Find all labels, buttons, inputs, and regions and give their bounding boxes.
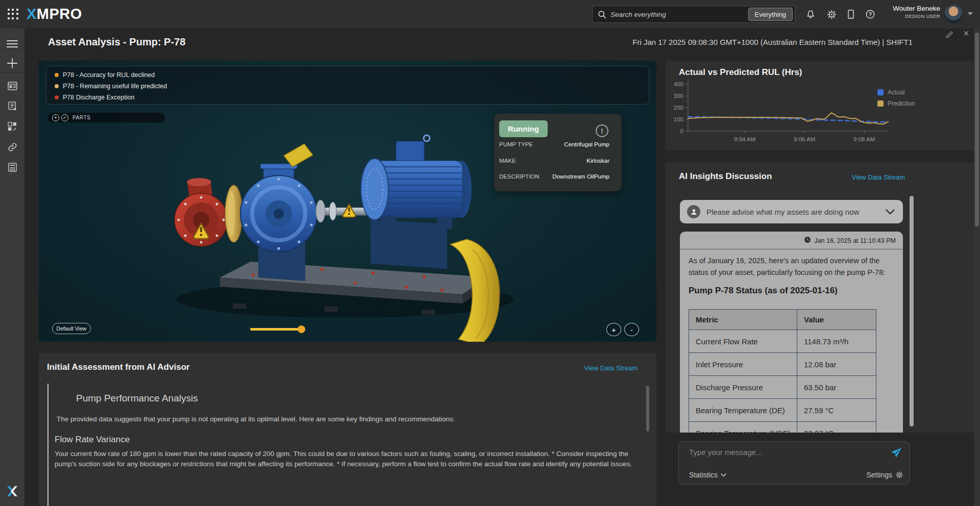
alert-text: P78 Discharge Exception: [63, 94, 134, 101]
zoom-out-button[interactable]: -: [624, 323, 639, 336]
parts-toggle: + ✓ PARTS: [48, 113, 165, 122]
table-header: Metric: [689, 310, 797, 330]
settings-gear-icon[interactable]: [826, 9, 837, 20]
logo-rest: MPRO: [37, 6, 82, 22]
close-icon[interactable]: ×: [963, 28, 969, 38]
status-badge[interactable]: Running: [499, 120, 548, 137]
parts-check-button[interactable]: ✓: [61, 114, 68, 121]
alert-severity-dot: [55, 84, 59, 88]
search-icon: [598, 10, 606, 19]
parts-label: PARTS: [72, 115, 90, 120]
slider-knob[interactable]: [298, 325, 305, 333]
chevron-down-icon[interactable]: [886, 209, 895, 215]
assessment-view-data-stream-link[interactable]: View Data Stream: [584, 364, 638, 372]
zoom-in-button[interactable]: +: [606, 323, 621, 336]
insights-view-data-stream-link[interactable]: View Data Stream: [851, 173, 905, 181]
assessment-section-body: Your current flow rate of 180 gpm is low…: [55, 449, 642, 469]
page-scrollbar[interactable]: [974, 29, 980, 506]
table-row: Bearing Temperature (DE) 27.59 °C: [689, 399, 876, 422]
message-input[interactable]: [689, 448, 857, 457]
search-input[interactable]: [610, 11, 748, 18]
legend-swatch: [877, 100, 884, 107]
statistics-toggle[interactable]: Statistics: [689, 471, 726, 479]
info-label: MAKE: [499, 158, 516, 168]
sidebar-item-widgets[interactable]: [0, 117, 24, 136]
send-icon[interactable]: [890, 447, 902, 461]
default-view-button[interactable]: Default View: [52, 323, 91, 334]
table-header-row: Metric Value: [689, 310, 876, 330]
sidebar-item-calculations[interactable]: [0, 158, 24, 176]
user-role: DESIGN USER: [893, 13, 940, 19]
initial-assessment-panel: Initial Assessment from AI Advisor View …: [39, 353, 656, 506]
sidebar-item-forms[interactable]: [0, 97, 24, 115]
answer-heading: Pump P-78 Status (as of 2025-01-16): [689, 286, 838, 296]
page-datetime: Fri Jan 17 2025 09:08:30 GMT+1000 (Austr…: [632, 38, 913, 46]
assessment-intro: The provided data suggests that your pum…: [57, 415, 629, 423]
answer-intro: As of January 16, 2025, here's an update…: [689, 255, 893, 279]
xmpro-x-logo: [6, 485, 18, 499]
sidebar-item-dashboards[interactable]: [0, 77, 24, 95]
alert-info-icon[interactable]: !: [596, 124, 608, 137]
scrollbar-thumb[interactable]: [975, 33, 979, 226]
svg-text:9:08 AM: 9:08 AM: [853, 136, 875, 142]
legend-item-actual[interactable]: Actual: [877, 87, 915, 98]
metric-cell: Current Flow Rate: [689, 330, 797, 353]
chevron-down-icon: [721, 473, 726, 477]
xmpro-logo: XMPRO: [27, 6, 82, 22]
user-menu-caret-icon[interactable]: [968, 12, 973, 15]
explode-slider[interactable]: [250, 326, 303, 333]
legend-label: Actual: [888, 89, 904, 96]
notifications-bell-icon[interactable]: [805, 9, 816, 20]
help-icon[interactable]: ?: [865, 9, 876, 20]
value-cell: 63.50 bar: [797, 376, 876, 399]
mobile-device-icon[interactable]: [845, 9, 856, 20]
alert-text: P78 - Accuracy for RUL declined: [63, 71, 155, 79]
chat-query-bar[interactable]: Please advise what my assets are doing n…: [680, 200, 903, 223]
svg-text:?: ?: [869, 12, 872, 17]
sidebar-item-connections[interactable]: [0, 138, 24, 156]
assessment-section-heading: Flow Rate Variance: [55, 435, 130, 445]
metric-cell: Bearing Temperature (NDE): [689, 422, 797, 433]
answer-timestamp-row: Jan 16, 2025 at 11:10:43 PM: [680, 232, 903, 249]
user-block[interactable]: Wouter Beneke DESIGN USER: [893, 5, 940, 19]
info-value: Centrifugal Pump: [564, 141, 609, 151]
alert-item[interactable]: P78 - Remaining useful life predicted: [55, 81, 649, 92]
table-row: Current Flow Rate 1148.73 m³/h: [689, 330, 876, 353]
legend-swatch: [877, 89, 884, 95]
info-value: Downstream OilPump: [552, 173, 609, 184]
svg-text:9:04 AM: 9:04 AM: [734, 136, 755, 142]
legend-item-prediction[interactable]: Prediction: [877, 98, 915, 109]
info-value: Kirloskar: [586, 158, 609, 168]
value-cell: 27.59 °C: [797, 399, 876, 422]
chat-scrollbar[interactable]: [910, 196, 914, 426]
alert-item[interactable]: P78 Discharge Exception: [55, 92, 649, 103]
alert-item[interactable]: P78 - Accuracy for RUL declined: [55, 69, 649, 81]
apps-grid-icon[interactable]: [8, 9, 19, 20]
rul-chart-panel: Actual vs Predicted RUL (Hrs) 0100200300…: [666, 61, 975, 150]
sidebar-item-add[interactable]: [0, 54, 24, 72]
top-bar: XMPRO Everything ? Wouter Beneke DESIGN …: [0, 0, 980, 29]
svg-text:200: 200: [674, 105, 683, 111]
svg-text:300: 300: [674, 93, 683, 99]
slider-track[interactable]: [250, 328, 303, 331]
edit-pencil-icon[interactable]: [945, 31, 953, 41]
assessment-body: Pump Performance Analysis The provided d…: [47, 384, 649, 506]
parts-expand-button[interactable]: +: [52, 114, 59, 121]
alert-severity-dot: [55, 73, 59, 77]
assessment-heading: Pump Performance Analysis: [76, 393, 198, 404]
query-text: Please advise what my assets are doing n…: [706, 208, 886, 216]
alert-list: P78 - Accuracy for RUL declined P78 - Re…: [46, 66, 649, 105]
asset-3d-viewer[interactable]: P78 - Accuracy for RUL declined P78 - Re…: [39, 61, 656, 342]
user-avatar[interactable]: [944, 5, 963, 23]
global-search: Everything: [592, 6, 795, 23]
chart-title: Actual vs Predicted RUL (Hrs): [679, 67, 802, 78]
assessment-scrollbar[interactable]: [646, 386, 649, 432]
message-composer: Statistics Settings: [678, 441, 910, 485]
left-sidebar: [0, 29, 24, 506]
settings-toggle[interactable]: Settings: [866, 471, 903, 479]
asset-info-card: Running ! PUMP TYPE Centrifugal Pump MAK…: [494, 114, 622, 191]
search-scope-button[interactable]: Everything: [748, 8, 793, 21]
svg-text:9:06 AM: 9:06 AM: [794, 136, 815, 142]
metric-cell: Bearing Temperature (DE): [689, 399, 797, 422]
alert-text: P78 - Remaining useful life predicted: [63, 83, 167, 90]
